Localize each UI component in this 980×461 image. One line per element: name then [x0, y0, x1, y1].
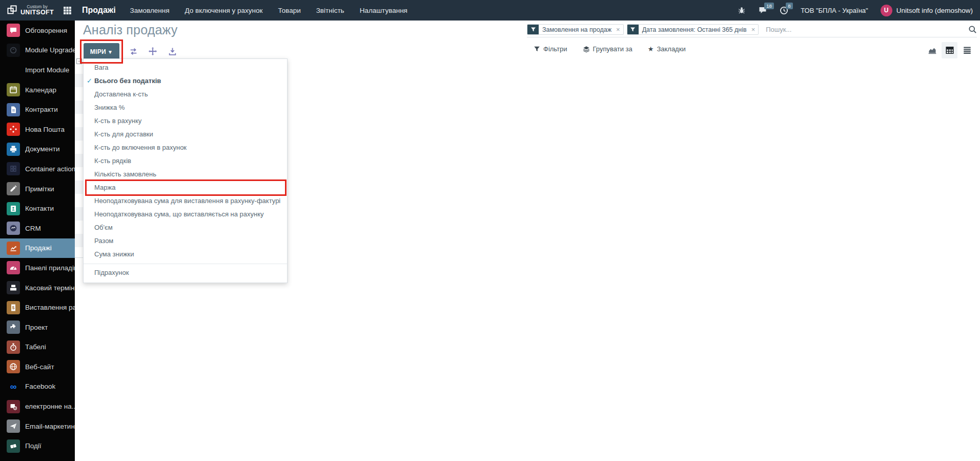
star-icon: ★ — [648, 45, 654, 53]
sidebar-item-contacts[interactable]: Контакти — [0, 198, 75, 218]
list-view-button[interactable] — [959, 42, 975, 58]
search-input[interactable]: Пошук... — [766, 26, 791, 33]
check-icon: ✓ — [87, 74, 92, 88]
sidebar-item-discuss[interactable]: Обговорення — [0, 21, 75, 41]
current-app-name[interactable]: Продажі — [82, 6, 116, 15]
topbar-menu-settings[interactable]: Налаштування — [360, 7, 407, 14]
measure-item-9[interactable]: Кількість замовлень — [84, 168, 287, 181]
menu-item-pidrakhunok[interactable]: Підрахунок — [84, 266, 287, 279]
search-bar[interactable]: Замовлення на продаж×Дата замовлення: Ос… — [527, 23, 977, 37]
pivot-view-button[interactable] — [942, 42, 957, 58]
topbar-right: 18 8 ТОВ "БПЛА - Україна" U Unitsoft inf… — [738, 5, 973, 16]
sidebar-item-website[interactable]: Веб-сайт — [0, 357, 75, 377]
facet-remove-icon[interactable]: × — [615, 26, 623, 33]
sidebar-item-documents[interactable]: Документи — [0, 139, 75, 159]
cash-register-icon — [7, 281, 20, 294]
facet-label: Дата замовлення: Останні 365 днів — [639, 26, 750, 33]
measure-item-10[interactable]: Маржа — [84, 181, 287, 194]
sidebar-item-facebook[interactable]: ∞Facebook — [0, 377, 75, 397]
expand-all-icon[interactable] — [147, 44, 159, 58]
filters-button[interactable]: Фільтри — [534, 45, 567, 53]
overlapping-squares-icon — [7, 5, 17, 15]
apps-grid-icon[interactable] — [63, 6, 72, 15]
measures-dropdown: Вага✓Всього без податківДоставлена к-сть… — [83, 58, 288, 283]
company-switcher[interactable]: ТОВ "БПЛА - Україна" — [801, 7, 868, 14]
groupby-button[interactable]: Групувати за — [583, 45, 632, 53]
sidebar-item-sales[interactable]: Продажі — [0, 238, 75, 258]
user-menu[interactable]: U Unitsoft info (demoshow) — [881, 5, 973, 16]
puzzle-piece-icon — [7, 320, 20, 334]
bug-icon[interactable] — [738, 6, 746, 14]
sidebar-item-import-module[interactable]: Import Module — [0, 60, 75, 80]
handshake-icon — [7, 222, 20, 235]
sidebar-item-label: Календар — [25, 86, 56, 94]
sidebar-item-notes[interactable]: Примітки — [0, 179, 75, 199]
nova-icon — [7, 123, 20, 136]
sidebar-item-events[interactable]: Події — [0, 436, 75, 456]
measure-item-11[interactable]: Неоподатковувана сума для виставлення в … — [84, 194, 287, 208]
sidebar-item-container-actions[interactable]: Container actions — [0, 159, 75, 179]
topbar-menu-products[interactable]: Товари — [278, 7, 300, 14]
flip-axis-icon[interactable] — [127, 44, 139, 58]
download-xlsx-icon[interactable] — [166, 44, 178, 58]
filter-funnel-icon — [527, 24, 539, 35]
pencil-note-icon — [7, 182, 20, 195]
topbar-menu-orders[interactable]: Замовлення — [130, 7, 170, 14]
upgrade-icon — [7, 44, 20, 57]
sidebar-item-label: Примітки — [25, 185, 54, 193]
sidebar-item-invoicing[interactable]: $Виставлення ра... — [0, 297, 75, 317]
measure-item-7[interactable]: К-сть до включення в рахунок — [84, 141, 287, 154]
topbar-menu-upselling[interactable]: До включення у рахунок — [185, 7, 263, 14]
activities-badge: 8 — [786, 3, 792, 9]
unitsoft-logo[interactable]: Custom by UNITSOFT — [7, 5, 54, 16]
facet-label: Замовлення на продаж — [539, 26, 615, 33]
sidebar-item-dashboards[interactable]: Панелі приладів — [0, 258, 75, 278]
measure-item-12[interactable]: Неоподатковувана сума, що виставляється … — [84, 208, 287, 221]
measure-item-15[interactable]: Сума знижки — [84, 248, 287, 261]
sidebar-item-elearning[interactable]: електронне на... — [0, 396, 75, 416]
facet-remove-icon[interactable]: × — [750, 26, 759, 33]
page: Custom by UNITSOFT Продажі ЗамовленняДо … — [0, 0, 980, 461]
graph-view-button[interactable] — [924, 42, 940, 58]
sidebar-item-timesheets[interactable]: Табелі — [0, 337, 75, 357]
measure-item-2[interactable]: ✓Всього без податків — [84, 74, 287, 88]
measure-item-5[interactable]: К-сть в рахунку — [84, 114, 287, 128]
messages-icon[interactable]: 18 — [758, 6, 767, 14]
messages-badge: 18 — [764, 3, 774, 9]
pivot-table-border — [75, 257, 83, 258]
puzzle-grid-icon — [7, 162, 20, 175]
topbar-menu-reporting[interactable]: Звітність — [316, 7, 344, 14]
sidebar-item-pos[interactable]: Касовий термін... — [0, 278, 75, 298]
gauge-icon — [7, 261, 20, 274]
measure-item-4[interactable]: Знижка % — [84, 101, 287, 114]
funnel-icon — [534, 46, 540, 52]
measure-item-6[interactable]: К-сть для доставки — [84, 128, 287, 141]
ticket-icon — [7, 439, 20, 453]
favorites-button[interactable]: ★ Закладки — [648, 45, 686, 53]
collapse-row-icon[interactable]: − — [76, 58, 82, 64]
sidebar-item-label: Facebook — [25, 383, 55, 390]
sidebar-item-module-upgrade[interactable]: Module Upgrade — [0, 41, 75, 61]
menu-divider — [84, 264, 287, 264]
measure-item-8[interactable]: К-сть рядків — [84, 154, 287, 168]
sidebar-item-label: Касовий термін... — [25, 284, 75, 292]
sidebar-item-calendar[interactable]: Календар — [0, 80, 75, 100]
sidebar-item-email-marketing[interactable]: Email-маркетинг — [0, 416, 75, 436]
sidebar-item-contracts[interactable]: Контракти — [0, 99, 75, 119]
measures-button[interactable]: МІРИ▼ — [84, 43, 119, 60]
sidebar-item-nova-poshta[interactable]: Нова Пошта — [0, 119, 75, 139]
pivot-controls — [127, 44, 178, 58]
measure-item-1[interactable]: Вага — [84, 61, 287, 74]
measure-item-13[interactable]: Об'єм — [84, 221, 287, 234]
activities-clock-icon[interactable]: 8 — [780, 6, 788, 15]
contract-icon — [7, 103, 20, 116]
sidebar-item-label: Module Upgrade — [25, 46, 75, 54]
invoice-doc-icon: $ — [7, 301, 20, 314]
search-icon[interactable] — [968, 25, 977, 34]
measure-item-14[interactable]: Разом — [84, 234, 287, 248]
measure-item-3[interactable]: Доставлена к-сть — [84, 88, 287, 101]
sidebar-item-crm[interactable]: CRM — [0, 218, 75, 238]
sidebar-item-project[interactable]: Проект — [0, 317, 75, 337]
sales-chart-icon — [7, 242, 20, 255]
chat-icon — [7, 24, 20, 37]
